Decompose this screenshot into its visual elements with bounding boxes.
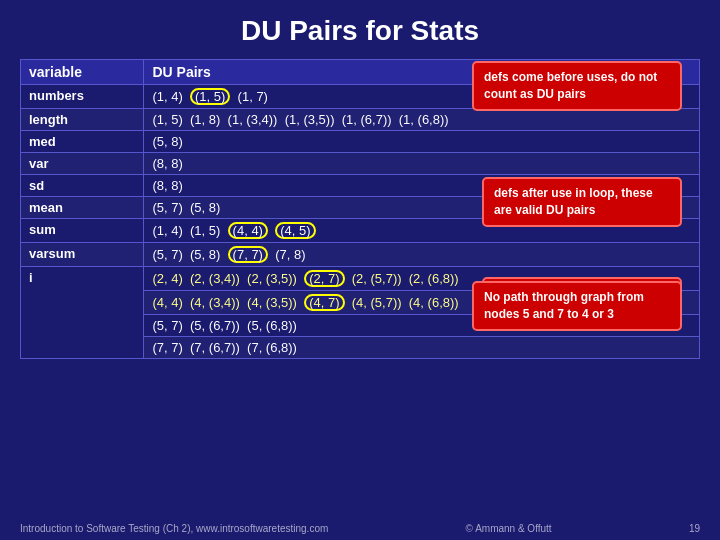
oval-27: (2, 7)	[304, 270, 344, 287]
callout-defs-after: defs after use in loop, these are valid …	[482, 177, 682, 227]
oval-44: (4, 4)	[228, 222, 268, 239]
slide: DU Pairs for Stats defs come before uses…	[0, 0, 720, 540]
var-sum: sum	[21, 219, 144, 243]
var-mean: mean	[21, 197, 144, 219]
var-var: var	[21, 153, 144, 175]
table-row: med (5, 8)	[21, 131, 700, 153]
du-length: (1, 5) (1, 8) (1, (3,4)) (1, (3,5)) (1, …	[144, 109, 700, 131]
footer-left: Introduction to Software Testing (Ch 2),…	[20, 523, 328, 534]
table-row: var (8, 8)	[21, 153, 700, 175]
footer-page: 19	[689, 523, 700, 534]
du-varsum: (5, 7) (5, 8) (7, 7) (7, 8)	[144, 243, 700, 267]
du-i-row4: (7, 7) (7, (6,7)) (7, (6,8))	[144, 337, 700, 359]
footer: Introduction to Software Testing (Ch 2),…	[20, 523, 700, 534]
slide-title: DU Pairs for Stats	[20, 10, 700, 47]
callout-defs-before: defs come before uses, do not count as D…	[472, 61, 682, 111]
var-numbers: numbers	[21, 85, 144, 109]
footer-copyright: © Ammann & Offutt	[466, 523, 552, 534]
oval-47: (4, 7)	[304, 294, 344, 311]
table-wrapper: defs come before uses, do not count as D…	[20, 59, 700, 359]
oval-77: (7, 7)	[228, 246, 268, 263]
var-length: length	[21, 109, 144, 131]
var-varsum: varsum	[21, 243, 144, 267]
du-var: (8, 8)	[144, 153, 700, 175]
table-row: length (1, 5) (1, 8) (1, (3,4)) (1, (3,5…	[21, 109, 700, 131]
col-variable-header: variable	[21, 60, 144, 85]
du-med: (5, 8)	[144, 131, 700, 153]
var-sd: sd	[21, 175, 144, 197]
callout-no-path: No path through graph from nodes 5 and 7…	[472, 281, 682, 331]
oval-15: (1, 5)	[190, 88, 230, 105]
var-i: i	[21, 267, 144, 359]
var-med: med	[21, 131, 144, 153]
oval-45: (4, 5)	[275, 222, 315, 239]
table-row: varsum (5, 7) (5, 8) (7, 7) (7, 8)	[21, 243, 700, 267]
